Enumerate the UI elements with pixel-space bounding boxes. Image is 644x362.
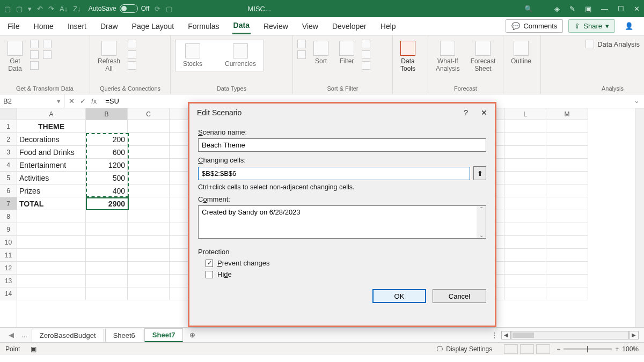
cell[interactable]: TOTAL	[17, 197, 86, 210]
expand-formula-bar-icon[interactable]: ⌄	[630, 94, 644, 108]
forecast-sheet-button[interactable]: Forecast Sheet	[467, 40, 499, 73]
reapply-icon[interactable]	[362, 50, 370, 59]
cell[interactable]	[546, 133, 588, 146]
advanced-icon[interactable]	[362, 61, 370, 70]
existing-connections-icon[interactable]	[43, 50, 52, 59]
cell[interactable]	[128, 262, 170, 275]
cell[interactable]	[86, 262, 128, 275]
cell[interactable]	[86, 120, 128, 133]
page-break-view-button[interactable]	[536, 344, 550, 354]
row-header[interactable]: 3	[0, 146, 17, 159]
cell[interactable]	[128, 120, 170, 133]
row-header[interactable]: 10	[0, 236, 17, 249]
row-header[interactable]: 11	[0, 249, 17, 262]
cell[interactable]	[546, 275, 588, 287]
cell[interactable]	[504, 197, 546, 210]
cell[interactable]	[504, 262, 546, 275]
cell[interactable]	[17, 249, 86, 262]
cell[interactable]: Prizes	[17, 184, 86, 197]
column-header[interactable]: L	[504, 108, 546, 120]
cell[interactable]	[504, 146, 546, 159]
outline-button[interactable]: Outline	[508, 40, 535, 66]
sort-az-icon[interactable]	[297, 40, 306, 48]
textarea-scrollbar[interactable]: ⌃⌄	[477, 206, 486, 238]
cell[interactable]	[128, 210, 170, 223]
column-header[interactable]: A	[17, 108, 86, 120]
chevron-down-icon[interactable]: ▾	[57, 97, 61, 105]
stocks-button[interactable]: Stocks	[180, 42, 206, 69]
cell[interactable]	[86, 223, 128, 236]
tab-insert[interactable]: Insert	[67, 19, 87, 34]
cell[interactable]	[17, 275, 86, 287]
user-icon[interactable]: 👤	[620, 22, 638, 30]
cell[interactable]: 500	[86, 172, 128, 184]
queries-icon[interactable]	[128, 40, 136, 48]
save-icon[interactable]: ▢	[4, 5, 11, 13]
cell[interactable]	[504, 236, 546, 249]
cell[interactable]: Food and Drinks	[17, 146, 86, 159]
whatif-button[interactable]: What-If Analysis	[433, 40, 463, 73]
cell[interactable]: 2900	[86, 197, 128, 210]
cell[interactable]	[128, 159, 170, 172]
from-table-icon[interactable]	[30, 61, 39, 70]
sheet-tab[interactable]: ZeroBasedBudget	[32, 329, 104, 342]
tab-review[interactable]: Review	[262, 19, 289, 34]
row-header[interactable]: 5	[0, 172, 17, 184]
cell[interactable]	[17, 223, 86, 236]
cell[interactable]	[504, 172, 546, 184]
cell[interactable]	[546, 262, 588, 275]
tab-nav-ellipsis[interactable]: ...	[18, 331, 31, 339]
pencil-icon[interactable]: ✎	[569, 5, 575, 13]
cell[interactable]: Entertainment	[17, 159, 86, 172]
cell[interactable]	[546, 210, 588, 223]
comments-button[interactable]: 💬 Comments	[506, 19, 563, 33]
cell[interactable]	[86, 236, 128, 249]
cell[interactable]	[504, 223, 546, 236]
chevron-down-icon[interactable]: ▾	[28, 5, 32, 13]
tab-data[interactable]: Data	[232, 18, 251, 34]
add-sheet-button[interactable]: ⊕	[184, 331, 201, 339]
recent-sources-icon[interactable]	[43, 40, 52, 48]
cell[interactable]	[546, 120, 588, 133]
name-box[interactable]: B2 ▾	[0, 94, 64, 108]
data-tools-button[interactable]: Data Tools	[397, 40, 419, 73]
search-icon[interactable]: 🔍	[524, 5, 533, 13]
share-button[interactable]: ⇪ Share ▾	[568, 19, 615, 33]
diamond-icon[interactable]: ◈	[554, 5, 560, 13]
get-data-button[interactable]: Get Data	[4, 40, 26, 73]
cell[interactable]	[86, 287, 128, 300]
row-header[interactable]: 2	[0, 133, 17, 146]
display-settings-button[interactable]: 🖵 Display Settings	[436, 345, 492, 353]
cell[interactable]	[17, 210, 86, 223]
open-icon[interactable]: ▢	[16, 5, 23, 13]
cell[interactable]	[86, 210, 128, 223]
cell[interactable]	[128, 223, 170, 236]
sort-za-icon[interactable]: Z↓	[73, 5, 80, 13]
tab-page-layout[interactable]: Page Layout	[131, 19, 175, 34]
vertical-scrollbar[interactable]	[635, 108, 644, 327]
cell[interactable]	[546, 159, 588, 172]
row-header[interactable]: 1	[0, 120, 17, 133]
row-header[interactable]: 8	[0, 210, 17, 223]
sync-icon[interactable]: ⟳	[155, 5, 160, 13]
cell[interactable]	[546, 249, 588, 262]
cell[interactable]	[504, 184, 546, 197]
tab-developer[interactable]: Developer	[331, 19, 368, 34]
redo-icon[interactable]: ↷	[48, 5, 54, 13]
cell[interactable]: THEME	[17, 120, 86, 133]
cell[interactable]	[17, 236, 86, 249]
cell[interactable]	[546, 223, 588, 236]
tab-file[interactable]: File	[6, 19, 21, 34]
cell[interactable]	[17, 287, 86, 300]
cell[interactable]	[546, 236, 588, 249]
select-all-button[interactable]	[0, 108, 17, 120]
cell[interactable]	[504, 159, 546, 172]
minimize-button[interactable]: —	[601, 5, 608, 13]
filter-button[interactable]: Filter	[336, 40, 357, 66]
tab-nav-prev[interactable]: ◀	[5, 331, 17, 339]
cell[interactable]	[128, 172, 170, 184]
help-icon[interactable]: ?	[464, 108, 468, 117]
column-header[interactable]: M	[546, 108, 588, 120]
cell[interactable]	[128, 236, 170, 249]
cell[interactable]	[546, 287, 588, 300]
